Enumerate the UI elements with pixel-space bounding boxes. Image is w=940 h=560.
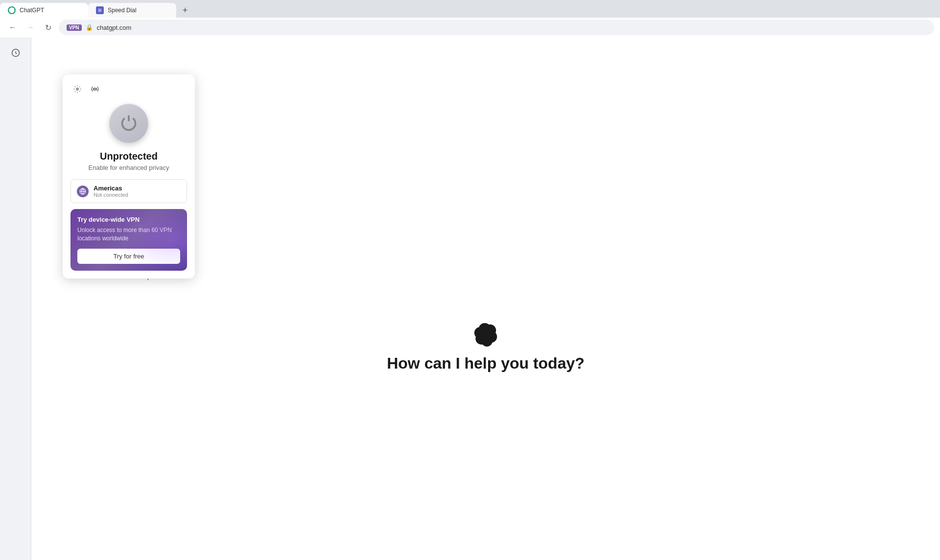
url-text: chatgpt.com	[97, 24, 132, 31]
back-button[interactable]: ←	[6, 21, 20, 34]
tab-speeddial[interactable]: ⊞ Speed Dial	[88, 3, 176, 18]
location-name: Americas	[94, 185, 181, 192]
tab-chatgpt[interactable]: ChatGPT	[0, 3, 88, 18]
speeddial-tab-icon: ⊞	[96, 6, 104, 14]
svg-point-2	[94, 88, 96, 90]
chatgpt-center: How can I help you today?	[387, 323, 585, 373]
location-globe-icon	[77, 186, 89, 197]
tab-bar: ChatGPT ⊞ Speed Dial +	[0, 0, 940, 18]
address-bar: ← → ↻ VPN 🔒 chatgpt.com	[0, 18, 940, 37]
promo-title: Try device-wide VPN	[77, 216, 180, 223]
vpn-help-icon[interactable]	[88, 82, 102, 96]
lock-icon: 🔒	[86, 24, 93, 31]
power-button-container	[70, 104, 187, 143]
promo-card: Try device-wide VPN Unlock access to mor…	[70, 209, 187, 271]
chatgpt-heading: How can I help you today?	[387, 354, 585, 373]
vpn-settings-icon[interactable]	[70, 82, 84, 96]
main-content: How can I help you today?	[31, 37, 940, 560]
vpn-badge[interactable]: VPN	[67, 24, 82, 31]
vpn-status-subtitle: Enable for enhanced privacy	[70, 164, 187, 171]
promo-description: Unlock access to more than 60 VPN locati…	[77, 226, 180, 243]
vpn-popup-header	[70, 82, 187, 96]
sidebar-settings-icon[interactable]	[8, 45, 24, 61]
forward-button[interactable]: →	[24, 21, 37, 34]
chatgpt-tab-icon	[8, 6, 16, 14]
location-row[interactable]: Americas Not connected	[70, 179, 187, 203]
tab-chatgpt-label: ChatGPT	[20, 7, 44, 14]
refresh-button[interactable]: ↻	[41, 21, 55, 34]
location-status: Not connected	[94, 192, 181, 198]
vpn-status-title: Unprotected	[70, 151, 187, 162]
tab-speeddial-label: Speed Dial	[108, 7, 137, 14]
svg-point-1	[76, 88, 78, 90]
sidebar	[0, 37, 31, 560]
address-input[interactable]: VPN 🔒 chatgpt.com	[59, 20, 934, 35]
vpn-popup: Unprotected Enable for enhanced privacy …	[63, 74, 195, 279]
location-text: Americas Not connected	[94, 185, 181, 198]
chatgpt-logo	[474, 323, 497, 347]
browser-content: How can I help you today?	[0, 37, 940, 560]
browser-chrome: ChatGPT ⊞ Speed Dial + ← → ↻ VPN 🔒 chatg…	[0, 0, 940, 37]
new-tab-button[interactable]: +	[178, 3, 192, 17]
vpn-power-button[interactable]	[109, 104, 148, 143]
try-for-free-button[interactable]: Try for free	[77, 249, 180, 264]
